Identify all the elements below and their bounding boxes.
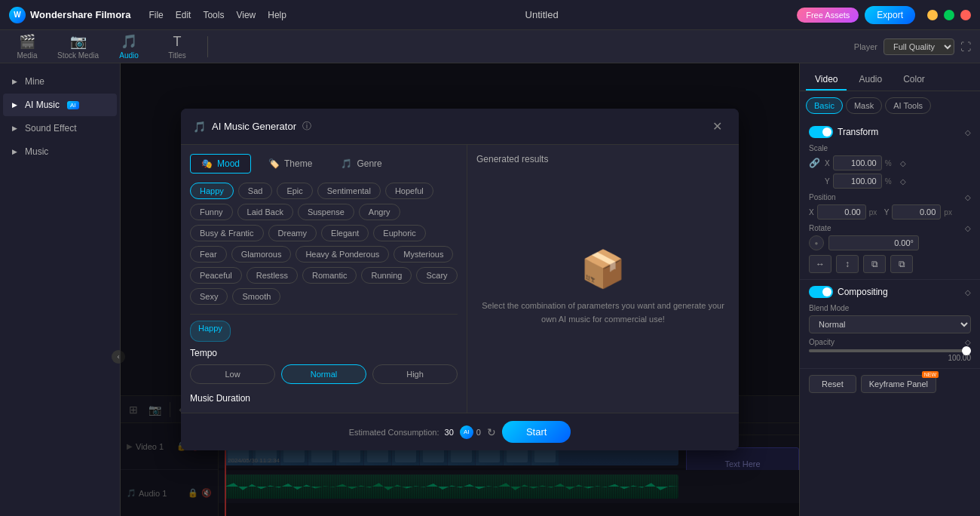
compositing-keyframe-icon[interactable]: ◇ [965, 288, 971, 296]
mood-tag-funny[interactable]: Funny [190, 204, 233, 220]
mood-tag-suspense[interactable]: Suspense [298, 204, 354, 220]
scale-x-input[interactable] [833, 155, 882, 170]
mood-tag-restless[interactable]: Restless [247, 267, 298, 284]
mood-tag-fear[interactable]: Fear [190, 246, 227, 263]
tempo-normal[interactable]: Normal [281, 364, 366, 384]
toolbar-media[interactable]: 🎬 Media [9, 33, 45, 60]
rotate-dial[interactable]: ● [809, 235, 824, 250]
mood-tag-glamorous[interactable]: Glamorous [231, 246, 292, 263]
rotate-group: Rotate ◇ ● [809, 224, 971, 250]
start-button[interactable]: Start [502, 421, 571, 443]
toolbar-titles[interactable]: T Titles [159, 34, 195, 60]
position-keyframe[interactable]: ◇ [965, 193, 971, 201]
position-y-input[interactable] [892, 204, 941, 220]
transform-title: Transform [838, 127, 878, 137]
flip-vertical-button[interactable]: ↕ [836, 255, 859, 273]
position-x-input[interactable] [817, 204, 866, 220]
export-button[interactable]: Export [865, 6, 915, 24]
mood-tag-laid-back[interactable]: Laid Back [237, 204, 293, 220]
minimize-button[interactable] [927, 10, 938, 20]
menu-edit[interactable]: Edit [176, 10, 191, 20]
mood-tag-scary[interactable]: Scary [416, 267, 457, 284]
opacity-keyframe[interactable]: ◇ [965, 338, 971, 346]
modal-title: 🎵 AI Music Generator ⓘ [193, 120, 311, 133]
mood-tag-romantic[interactable]: Romantic [302, 267, 357, 284]
opacity-slider-track[interactable] [809, 349, 971, 352]
right-panel-sub-tabs: Basic Mask AI Tools [800, 91, 980, 120]
tempo-high[interactable]: High [372, 364, 458, 384]
close-button[interactable] [960, 10, 971, 20]
flip-btn-3[interactable]: ⧉ [863, 255, 886, 273]
keyframe-panel-button[interactable]: Keyframe Panel NEW [861, 375, 936, 393]
transform-keyframe-icon[interactable]: ◇ [965, 128, 971, 137]
music-note-icon: 🎵 [193, 121, 206, 133]
menu-file[interactable]: File [149, 10, 163, 20]
flip-horizontal-button[interactable]: ↔ [809, 255, 831, 273]
tempo-low[interactable]: Low [190, 364, 275, 384]
scale-y-keyframe[interactable]: ◇ [900, 177, 906, 186]
scale-x-keyframe[interactable]: ◇ [900, 159, 906, 167]
mood-tag-running[interactable]: Running [361, 267, 412, 284]
reset-button[interactable]: Reset [809, 375, 856, 393]
fullscreen-icon[interactable]: ⛶ [960, 41, 971, 53]
compositing-toggle[interactable] [809, 286, 833, 298]
modal-overlay: 🎵 AI Music Generator ⓘ ✕ [121, 63, 799, 516]
quality-select[interactable]: Full Quality [884, 38, 954, 55]
right-panel: Video Audio Color Basic Mask AI Tools Tr… [799, 63, 980, 516]
info-icon[interactable]: ⓘ [302, 120, 311, 133]
toolbar-stock-media[interactable]: 📷 Stock Media [57, 33, 99, 60]
tab-theme[interactable]: 🏷️ Theme [257, 154, 323, 174]
sub-tab-mask[interactable]: Mask [846, 97, 882, 114]
menu-view[interactable]: View [236, 10, 256, 20]
mood-tag-busy-frantic[interactable]: Busy & Frantic [190, 225, 264, 241]
scale-lock-icon[interactable]: 🔗 [809, 158, 820, 168]
blend-mode-label: Blend Mode [809, 304, 971, 312]
tab-mood[interactable]: 🎭 Mood [190, 154, 251, 174]
refresh-icon[interactable]: ↻ [487, 426, 496, 438]
mood-tag-epic[interactable]: Epic [277, 183, 312, 199]
modal-close-button[interactable]: ✕ [708, 118, 727, 135]
blend-mode-group: Blend Mode Normal Multiply Screen Overla… [809, 304, 971, 333]
scale-y-input[interactable] [833, 174, 882, 189]
rotate-keyframe[interactable]: ◇ [965, 224, 971, 232]
mood-tag-elegant[interactable]: Elegant [321, 225, 369, 241]
sidebar-item-ai-music[interactable]: ▶ AI Music AI [3, 94, 117, 116]
tab-audio[interactable]: Audio [850, 69, 891, 91]
menu-help[interactable]: Help [268, 10, 286, 20]
sub-tab-basic[interactable]: Basic [806, 97, 843, 114]
sound-effect-label: Sound Effect [25, 123, 77, 134]
ai-badge: AI [67, 101, 79, 109]
maximize-button[interactable] [944, 10, 954, 20]
mood-tag-smooth[interactable]: Smooth [232, 288, 280, 305]
mood-tag-hopeful[interactable]: Hopeful [385, 183, 433, 199]
sub-tab-ai-tools[interactable]: AI Tools [885, 97, 931, 114]
tab-color[interactable]: Color [894, 69, 934, 91]
rotate-header: Rotate ◇ [809, 224, 971, 232]
menu-tools[interactable]: Tools [203, 10, 224, 20]
mood-tag-heavy-ponderous[interactable]: Heavy & Ponderous [296, 246, 389, 263]
opacity-slider-thumb[interactable] [962, 346, 971, 355]
mood-tag-peaceful[interactable]: Peaceful [190, 267, 242, 284]
mood-tag-sentimental[interactable]: Sentimental [317, 183, 381, 199]
blend-mode-select[interactable]: Normal Multiply Screen Overlay [809, 315, 971, 333]
sidebar-item-sound-effect[interactable]: ▶ Sound Effect [3, 117, 117, 140]
tab-video[interactable]: Video [806, 69, 847, 91]
mood-tag-sexy[interactable]: Sexy [190, 288, 228, 305]
mood-tag-euphoric[interactable]: Euphoric [373, 225, 425, 241]
mood-tag-happy[interactable]: Happy [190, 183, 234, 199]
mood-tag-sad[interactable]: Sad [238, 183, 273, 199]
mood-tag-mysterious[interactable]: Mysterious [394, 246, 453, 263]
flip-btn-4[interactable]: ⧉ [890, 255, 913, 273]
media-label: Media [17, 51, 37, 60]
mood-tag-angry[interactable]: Angry [359, 204, 400, 220]
tab-genre[interactable]: 🎵 Genre [329, 154, 393, 174]
toolbar-audio[interactable]: 🎵 Audio [111, 33, 147, 60]
mine-arrow: ▶ [12, 78, 17, 85]
free-assets-button[interactable]: Free Assets [797, 8, 859, 23]
sidebar-item-music[interactable]: ▶ Music [3, 140, 117, 163]
transform-toggle[interactable] [809, 126, 833, 138]
sidebar-item-mine[interactable]: ▶ Mine [3, 70, 117, 93]
window-controls [927, 10, 971, 20]
rotate-input[interactable] [828, 235, 919, 250]
mood-tag-dreamy[interactable]: Dreamy [268, 225, 317, 241]
